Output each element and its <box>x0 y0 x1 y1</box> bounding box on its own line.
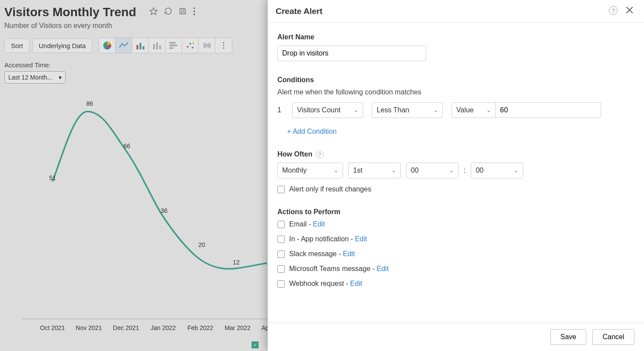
cancel-button[interactable]: Cancel <box>592 329 634 345</box>
condition-metric-value: Visitors Count <box>297 106 340 114</box>
horizontal-bar-icon[interactable] <box>165 38 182 53</box>
chevron-down-icon: ⌄ <box>514 167 518 174</box>
action-webhook-label: Webhook request - <box>289 280 350 287</box>
alert-name-label: Alert Name <box>277 33 634 41</box>
chevron-down-icon: ▾ <box>59 74 62 81</box>
star-icon[interactable] <box>149 7 158 17</box>
stacked-bar-icon[interactable] <box>149 38 165 53</box>
chevron-down-icon: ⌄ <box>334 167 338 174</box>
time-separator: : <box>464 167 466 174</box>
x-tick: Nov 2021 <box>76 324 102 331</box>
action-inapp-edit[interactable]: Edit <box>355 235 367 243</box>
svg-point-16 <box>192 47 193 49</box>
action-teams-edit[interactable]: Edit <box>377 265 389 272</box>
x-tick: Mar 2022 <box>224 324 250 331</box>
sort-button[interactable]: Sort <box>4 38 30 53</box>
condition-operator-select[interactable]: Less Than ⌄ <box>372 102 443 118</box>
action-slack-edit[interactable]: Edit <box>343 250 355 257</box>
report-title: Visitors Monthly Trend <box>4 5 136 19</box>
action-webhook-edit[interactable]: Edit <box>350 280 362 287</box>
x-tick: Dec 2021 <box>113 324 139 331</box>
add-condition-link[interactable]: + Add Condition <box>287 128 336 136</box>
action-email-checkbox[interactable] <box>277 221 285 228</box>
condition-value-type: Value <box>456 106 474 114</box>
data-label: 51 <box>49 174 56 181</box>
svg-point-3 <box>193 14 195 15</box>
frequency-minute-select[interactable]: 00 ⌄ <box>471 163 523 178</box>
chart-canvas: Oct 2021 Nov 2021 Dec 2021 Jan 2022 Feb … <box>22 92 267 337</box>
svg-rect-10 <box>159 45 161 49</box>
action-slack-checkbox[interactable] <box>277 250 285 258</box>
data-label: 12 <box>233 259 240 266</box>
action-slack-label: Slack message - <box>289 250 343 257</box>
frequency-period-select[interactable]: Monthly ⌄ <box>277 163 343 178</box>
action-webhook-checkbox[interactable] <box>277 280 285 288</box>
bar-chart-icon[interactable] <box>132 38 149 53</box>
data-label: 66 <box>123 142 130 149</box>
x-tick: Oct 2021 <box>40 324 65 331</box>
map-chart-icon[interactable] <box>199 38 215 53</box>
svg-rect-5 <box>136 45 138 49</box>
pie-chart-icon[interactable] <box>99 38 116 53</box>
save-button[interactable]: Save <box>550 329 586 345</box>
data-label: 36 <box>161 207 168 214</box>
action-teams-checkbox[interactable] <box>277 265 285 273</box>
svg-rect-6 <box>140 43 141 49</box>
x-axis <box>22 319 267 319</box>
action-email-edit[interactable]: Edit <box>313 220 325 228</box>
svg-point-14 <box>187 46 189 48</box>
accessed-time-value: Last 12 Month... <box>8 74 52 81</box>
action-inapp-checkbox[interactable] <box>277 236 285 243</box>
frequency-hour-select[interactable]: 00 ⌄ <box>406 163 458 178</box>
svg-marker-0 <box>150 8 158 15</box>
alert-only-changes-label: Alert only if result changes <box>289 185 371 193</box>
help-icon[interactable]: ? <box>316 150 324 158</box>
svg-rect-13 <box>169 47 173 49</box>
more-icon[interactable] <box>193 7 196 17</box>
condition-operator-value: Less Than <box>377 106 409 114</box>
svg-point-20 <box>223 47 224 49</box>
svg-rect-11 <box>169 42 175 44</box>
alert-only-changes-checkbox[interactable] <box>277 186 285 193</box>
action-inapp-label: In - App notification - <box>289 235 355 243</box>
x-tick: Jan 2022 <box>150 324 176 331</box>
condition-metric-select[interactable]: Visitors Count ⌄ <box>292 102 363 118</box>
condition-number: 1 <box>277 106 284 114</box>
svg-point-18 <box>223 42 224 44</box>
chevron-down-icon: ⌄ <box>449 167 454 174</box>
frequency-day-value: 1st <box>353 167 362 174</box>
scatter-chart-icon[interactable] <box>182 38 199 53</box>
chevron-down-icon: ⌄ <box>392 167 396 174</box>
line-chart-icon[interactable] <box>116 38 132 53</box>
underlying-data-button[interactable]: Underlying Data <box>32 38 93 53</box>
help-icon[interactable]: ? <box>609 6 618 15</box>
svg-point-19 <box>223 45 224 46</box>
svg-rect-12 <box>169 45 177 46</box>
alert-name-input[interactable] <box>277 45 426 61</box>
x-tick: Feb 2022 <box>187 324 213 331</box>
svg-point-1 <box>193 7 195 9</box>
save-icon[interactable] <box>178 7 187 17</box>
svg-point-2 <box>193 10 195 12</box>
more-charts-icon[interactable] <box>215 38 232 53</box>
legend-series-toggle[interactable]: ✓ <box>252 341 259 348</box>
action-teams-label: Microsoft Teams message - <box>289 265 377 272</box>
svg-rect-8 <box>153 44 155 49</box>
svg-point-17 <box>192 42 194 44</box>
chevron-down-icon: ⌄ <box>434 107 438 113</box>
chevron-down-icon: ⌄ <box>486 107 491 113</box>
chevron-down-icon: ⌄ <box>354 107 358 113</box>
condition-value-input[interactable] <box>496 103 601 118</box>
actions-label: Actions to Perform <box>277 208 634 216</box>
create-alert-panel: Create Alert ? Alert Name Conditions Ale… <box>268 0 644 351</box>
line-path <box>22 92 267 337</box>
accessed-time-dropdown[interactable]: Last 12 Month... ▾ <box>4 71 66 83</box>
data-label: 86 <box>86 100 93 107</box>
refresh-icon[interactable] <box>164 7 172 17</box>
frequency-day-select[interactable]: 1st ⌄ <box>348 163 401 178</box>
svg-point-15 <box>189 43 191 45</box>
svg-rect-7 <box>143 46 144 49</box>
close-icon[interactable] <box>626 6 634 16</box>
condition-value-type-select[interactable]: Value ⌄ <box>452 103 496 118</box>
chart-type-selector <box>98 38 232 53</box>
